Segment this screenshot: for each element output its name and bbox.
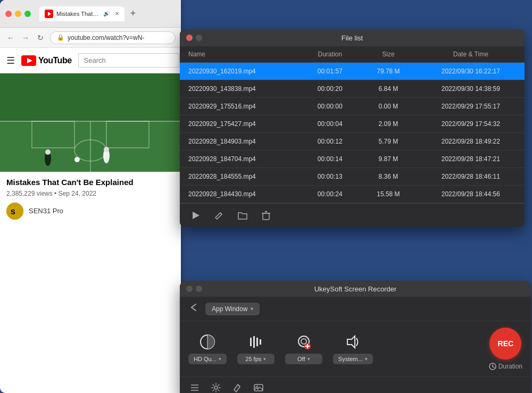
settings-button[interactable]: [210, 381, 222, 393]
separator: •: [54, 190, 59, 197]
audio-chevron-icon: ▾: [365, 356, 368, 362]
cell-size: 8.36 M: [360, 168, 417, 186]
pencil-icon: [232, 383, 242, 392]
svg-point-15: [74, 157, 80, 162]
col-header-duration: Duration: [300, 46, 360, 63]
folder-icon: [237, 210, 248, 221]
svg-line-36: [493, 366, 494, 367]
cell-name: 20220930_162019.mp4: [180, 63, 300, 80]
channel-name: SEN31 Pro: [29, 207, 63, 215]
svg-marker-18: [193, 212, 200, 219]
cell-size: 0.00 M: [360, 98, 417, 115]
browser-toolbar: ← → ↻ 🔒 youtube.com/watch?v=wN-: [0, 28, 181, 48]
active-tab[interactable]: Mistakes That Can't Be Ex… 🔊 ✕: [39, 6, 124, 21]
fps-dropdown[interactable]: 25 fps ▾: [237, 354, 275, 364]
fps-icon: [247, 333, 264, 350]
table-row[interactable]: 20220930_143838.mp400:00:206.84 M2022/09…: [180, 80, 525, 98]
search-input[interactable]: [78, 53, 179, 68]
pencil-button[interactable]: [231, 381, 244, 393]
audio-dropdown[interactable]: System... ▾: [333, 354, 373, 364]
table-row[interactable]: 20220929_175427.mp400:00:042.09 M2022/09…: [180, 115, 525, 133]
youtube-navbar: ☰ YouTube: [0, 48, 181, 73]
cell-name: 20220929_175427.mp4: [180, 115, 300, 133]
table-row[interactable]: 20220929_175516.mp400:00:000.00 M2022/09…: [180, 98, 525, 115]
col-header-datetime: Date & Time: [417, 46, 525, 63]
cell-size: 6.84 M: [360, 80, 417, 98]
reload-button[interactable]: ↻: [35, 34, 46, 42]
cell-size: 15.58 M: [360, 186, 417, 203]
video-info: Mistakes That Can't Be Explained 2,385,2…: [0, 172, 181, 225]
quality-dropdown[interactable]: HD Qu... ▾: [188, 354, 227, 364]
table-row[interactable]: 20220930_162019.mp400:01:5779.78 M2022/0…: [180, 63, 525, 80]
chevron-down-icon: ▾: [251, 306, 253, 312]
cell-name: 20220928_184903.mp4: [180, 133, 300, 150]
cell-size: 2.09 M: [360, 115, 417, 133]
rec-button[interactable]: REC: [489, 328, 521, 359]
youtube-logo[interactable]: YouTube: [21, 55, 72, 66]
upload-date: Sep 24, 2022: [59, 190, 96, 197]
panel-minimize-button[interactable]: [196, 35, 202, 41]
address-bar[interactable]: 🔒 youtube.com/watch?v=wN-: [50, 31, 176, 44]
tab-audio-icon: 🔊: [103, 11, 110, 16]
maximize-button[interactable]: [24, 11, 31, 17]
table-row[interactable]: 20220928_184903.mp400:00:125.79 M2022/09…: [180, 133, 525, 150]
file-table-actions: [180, 203, 525, 227]
panel-close-button[interactable]: [186, 35, 193, 41]
play-button[interactable]: [188, 208, 203, 223]
file-table-body: 20220930_162019.mp400:01:5779.78 M2022/0…: [180, 63, 525, 203]
screenshot-button[interactable]: [252, 381, 265, 393]
tab-close-button[interactable]: ✕: [115, 11, 119, 16]
forward-nav-button[interactable]: →: [20, 34, 31, 42]
channel-row: S SEN31 Pro: [6, 203, 174, 220]
cell-date_time: 2022/09/29 17:55:17: [417, 98, 525, 115]
camera-dropdown[interactable]: Off ▾: [285, 354, 322, 364]
cell-size: 79.78 M: [360, 63, 417, 80]
recorder-traffic-lights: [186, 286, 202, 292]
svg-marker-33: [347, 336, 355, 348]
browser-content: ☰ YouTube: [0, 48, 181, 393]
svg-point-40: [214, 386, 218, 389]
table-row[interactable]: 20220928_184704.mp400:00:149.87 M2022/09…: [180, 150, 525, 168]
youtube-logo-icon: [21, 55, 36, 66]
hamburger-menu-button[interactable]: ☰: [6, 55, 15, 66]
cell-date_time: 2022/09/28 18:47:21: [417, 150, 525, 168]
back-arrow-icon: [188, 302, 199, 313]
edit-button[interactable]: [212, 208, 227, 223]
recorder-minimize-button[interactable]: [196, 286, 202, 292]
view-count: 2,385,229 views: [6, 190, 53, 197]
table-row[interactable]: 20220928_184430.mp400:00:2415.58 M2022/0…: [180, 186, 525, 203]
recorder-back-button[interactable]: [188, 302, 199, 315]
new-tab-button[interactable]: +: [127, 7, 139, 20]
recorder-controls-bar: App Window ▾: [180, 297, 531, 321]
list-view-button[interactable]: [188, 381, 201, 393]
cell-date_time: 2022/09/30 16:22:17: [417, 63, 525, 80]
back-nav-button[interactable]: ←: [5, 34, 16, 42]
folder-button[interactable]: [235, 208, 250, 223]
window-selector-dropdown[interactable]: App Window ▾: [205, 303, 260, 315]
avatar-icon: S: [6, 203, 23, 220]
file-table: Name Duration Size Date & Time 20220930_…: [180, 46, 525, 203]
cell-duration: 00:00:04: [300, 115, 360, 133]
cell-size: 5.79 M: [360, 133, 417, 150]
recorder-close-button[interactable]: [186, 286, 193, 292]
image-icon: [254, 383, 263, 392]
traffic-lights: [5, 11, 31, 17]
delete-button[interactable]: [259, 208, 273, 223]
minimize-button[interactable]: [15, 11, 21, 17]
edit-icon: [214, 210, 225, 221]
panel-traffic-lights: [186, 35, 202, 41]
svg-point-12: [45, 149, 51, 155]
svg-point-14: [104, 147, 109, 152]
fps-control-group: 25 fps ▾: [237, 333, 275, 364]
table-row[interactable]: 20220928_184555.mp400:00:138.36 M2022/09…: [180, 168, 525, 186]
table-header-row: Name Duration Size Date & Time: [180, 46, 525, 63]
cell-duration: 00:00:14: [300, 150, 360, 168]
svg-rect-42: [254, 384, 263, 391]
svg-rect-25: [253, 336, 255, 348]
close-button[interactable]: [5, 11, 12, 17]
cell-duration: 00:00:13: [300, 168, 360, 186]
camera-dropdown-text: Off: [297, 356, 305, 362]
address-text: youtube.com/watch?v=wN-: [68, 34, 144, 41]
col-header-size: Size: [360, 46, 417, 63]
audio-dropdown-text: System...: [338, 356, 363, 362]
